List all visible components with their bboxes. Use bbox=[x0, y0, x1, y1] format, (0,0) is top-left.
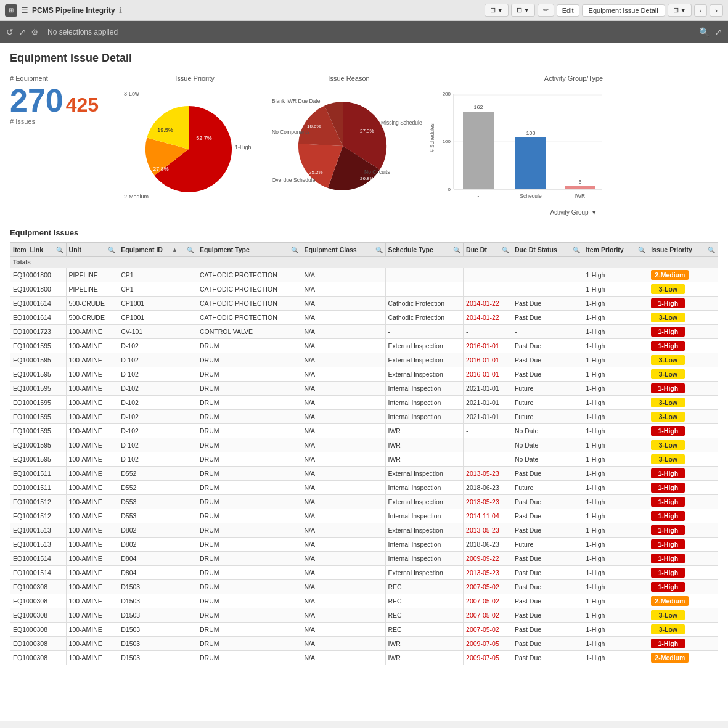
monitor-icon: ⊡ bbox=[490, 6, 496, 14]
table-section-title: Equipment Issues bbox=[10, 228, 718, 237]
svg-text:1-High: 1-High bbox=[235, 144, 252, 150]
svg-text:Overdue Schedule: Overdue Schedule bbox=[272, 177, 316, 183]
table-row: EQ10001595100-AMINED-102DRUMN/AExternal … bbox=[10, 339, 718, 353]
table-row: EQ10001512100-AMINED553DRUMN/AExternal I… bbox=[10, 495, 718, 509]
bookmark-btn[interactable]: ⊟ ▼ bbox=[511, 4, 535, 17]
equipment-count: 270 bbox=[10, 84, 63, 117]
pencil-icon-btn[interactable]: ✏ bbox=[538, 4, 554, 17]
svg-text:6: 6 bbox=[578, 179, 581, 185]
col-item-link: Item_Link 🔍 bbox=[10, 243, 67, 257]
chevron-down-icon: ▼ bbox=[591, 209, 597, 216]
item-link-search-icon[interactable]: 🔍 bbox=[56, 247, 63, 253]
issue-priority-search-icon[interactable]: 🔍 bbox=[708, 247, 715, 253]
bar-2[interactable] bbox=[515, 137, 546, 189]
table-row: EQ10001595100-AMINED-102DRUMN/AInternal … bbox=[10, 410, 718, 424]
equip-id-search-icon[interactable]: 🔍 bbox=[187, 247, 194, 253]
unit-search-icon[interactable]: 🔍 bbox=[108, 247, 115, 253]
col-due-dt: Due Dt 🔍 bbox=[464, 243, 512, 257]
activity-chart: Activity Group/Type # Schedules 200 100 … bbox=[429, 75, 718, 216]
grid-btn[interactable]: ⊞ ▼ bbox=[668, 4, 692, 17]
settings-icon[interactable]: ⚙ bbox=[31, 27, 39, 37]
issues-count: 425 bbox=[66, 94, 99, 117]
bar-1[interactable] bbox=[463, 112, 494, 189]
table-row: EQ10001595100-AMINED-102DRUMN/AInternal … bbox=[10, 396, 718, 410]
bookmark-icon: ⊟ bbox=[517, 6, 522, 14]
svg-text:19.5%: 19.5% bbox=[157, 127, 173, 133]
table-row: EQ10001723100-AMINECV-101CONTROL VALVEN/… bbox=[10, 325, 718, 339]
svg-text:Missing Schedule: Missing Schedule bbox=[381, 120, 422, 126]
table-row: EQ1000308100-AMINED1503DRUMN/AREC2007-05… bbox=[10, 594, 718, 608]
equip-id-sort-icon[interactable]: ▲ bbox=[172, 247, 178, 253]
table-row: EQ10001800PIPELINECP1CATHODIC PROTECTION… bbox=[10, 282, 718, 297]
due-dt-search-icon[interactable]: 🔍 bbox=[502, 247, 509, 253]
activity-chart-svg: # Schedules 200 100 0 162 - 108 Sche bbox=[429, 84, 608, 214]
table-row: EQ10001513100-AMINED802DRUMN/AExternal I… bbox=[10, 523, 718, 538]
rotate-icon[interactable]: ↺ bbox=[6, 27, 14, 37]
back-btn[interactable]: ‹ bbox=[694, 4, 708, 17]
menu-icon[interactable]: ☰ bbox=[21, 6, 28, 15]
charts-row: # Equipment 270 425 # Issues Issue Prior… bbox=[10, 75, 718, 216]
issue-priority-chart: Issue Priority 52.7% 27.8% 19.5% bbox=[121, 75, 269, 209]
toolbar-left: ⊞ ☰ PCMS Pipeline Integrity ℹ bbox=[5, 4, 485, 17]
schedule-type-search-icon[interactable]: 🔍 bbox=[453, 247, 460, 253]
table-row: EQ10001511100-AMINED552DRUMN/AInternal I… bbox=[10, 481, 718, 495]
monitor-btn[interactable]: ⊡ ▼ bbox=[485, 4, 509, 17]
equipment-issues-table: Item_Link 🔍 Unit 🔍 Equipment ID ▲ 🔍 bbox=[10, 242, 718, 665]
search-icon[interactable]: 🔍 bbox=[699, 27, 710, 37]
svg-text:-: - bbox=[478, 193, 480, 199]
issue-priority-svg: 52.7% 27.8% 19.5% 3-Low 2-Medium 1-High bbox=[121, 84, 256, 208]
col-item-priority: Item Priority 🔍 bbox=[583, 243, 648, 257]
col-equip-class: Equipment Class 🔍 bbox=[301, 243, 385, 257]
bar-3[interactable] bbox=[565, 186, 595, 189]
edit-button[interactable]: Edit bbox=[557, 4, 579, 17]
table-row: EQ1000308100-AMINED1503DRUMN/AREC2007-05… bbox=[10, 608, 718, 623]
app-icon[interactable]: ⊞ bbox=[5, 4, 17, 17]
svg-text:3-Low: 3-Low bbox=[124, 91, 139, 97]
equip-type-search-icon[interactable]: 🔍 bbox=[291, 247, 298, 253]
svg-text:Schedule: Schedule bbox=[520, 193, 542, 199]
move-icon[interactable]: ⤢ bbox=[18, 27, 26, 37]
svg-text:0: 0 bbox=[448, 187, 451, 192]
svg-text:200: 200 bbox=[443, 91, 451, 97]
table-row: EQ10001513100-AMINED802DRUMN/AInternal I… bbox=[10, 538, 718, 552]
col-issue-priority: Issue Priority 🔍 bbox=[648, 243, 718, 257]
table-header-row: Item_Link 🔍 Unit 🔍 Equipment ID ▲ 🔍 bbox=[10, 243, 718, 257]
table-row: EQ10001800PIPELINECP1CATHODIC PROTECTION… bbox=[10, 268, 718, 282]
forward-btn[interactable]: › bbox=[710, 4, 723, 17]
col-due-dt-status: Due Dt Status 🔍 bbox=[512, 243, 583, 257]
due-dt-status-search-icon[interactable]: 🔍 bbox=[573, 247, 580, 253]
equip-class-search-icon[interactable]: 🔍 bbox=[375, 247, 383, 253]
bookmark-chevron: ▼ bbox=[524, 7, 530, 14]
col-equip-id: Equipment ID ▲ 🔍 bbox=[118, 243, 197, 257]
svg-text:IWR: IWR bbox=[575, 193, 586, 199]
table-row: EQ10001511100-AMINED552DRUMN/AExternal I… bbox=[10, 467, 718, 481]
svg-text:Blank IWR Due Date: Blank IWR Due Date bbox=[272, 98, 321, 104]
expand-icon[interactable]: ⤢ bbox=[714, 27, 722, 37]
grid-chevron: ▼ bbox=[681, 7, 686, 14]
issues-label: # Issues bbox=[10, 118, 108, 125]
kpi-numbers: 270 425 bbox=[10, 84, 108, 117]
page-title: Equipment Issue Detail bbox=[10, 52, 718, 65]
svg-text:2-Medium: 2-Medium bbox=[124, 194, 149, 200]
monitor-icon-chevron: ▼ bbox=[497, 7, 503, 14]
totals-row: Totals bbox=[10, 257, 718, 268]
svg-text:No Components: No Components bbox=[272, 129, 309, 135]
table-row: EQ10001595100-AMINED-102DRUMN/AExternal … bbox=[10, 353, 718, 367]
svg-text:108: 108 bbox=[526, 130, 535, 136]
table-row: EQ1000308100-AMINED1503DRUMN/AREC2007-05… bbox=[10, 623, 718, 637]
table-row: EQ10001595100-AMINED-102DRUMN/AInternal … bbox=[10, 382, 718, 396]
table-row: EQ1000308100-AMINED1503DRUMN/AIWR2009-07… bbox=[10, 651, 718, 665]
table-row: EQ10001514100-AMINED804DRUMN/AInternal I… bbox=[10, 552, 718, 566]
table-row: EQ10001595100-AMINED-102DRUMN/AIWR-No Da… bbox=[10, 438, 718, 452]
item-priority-search-icon[interactable]: 🔍 bbox=[638, 247, 645, 253]
table-row: EQ10001614500-CRUDECP1001CATHODIC PROTEC… bbox=[10, 297, 718, 311]
svg-text:162: 162 bbox=[473, 104, 483, 110]
grid-icon: ⊞ bbox=[673, 6, 679, 14]
svg-text:100: 100 bbox=[443, 139, 451, 144]
table-row: EQ1000308100-AMINED1503DRUMN/AIWR2009-07… bbox=[10, 637, 718, 651]
info-icon: ℹ bbox=[119, 6, 122, 15]
svg-text:27.3%: 27.3% bbox=[360, 128, 374, 134]
page-content: Equipment Issue Detail # Equipment 270 4… bbox=[0, 43, 728, 721]
svg-text:25.2%: 25.2% bbox=[309, 170, 323, 175]
table-row: EQ10001595100-AMINED-102DRUMN/AIWR-No Da… bbox=[10, 452, 718, 467]
